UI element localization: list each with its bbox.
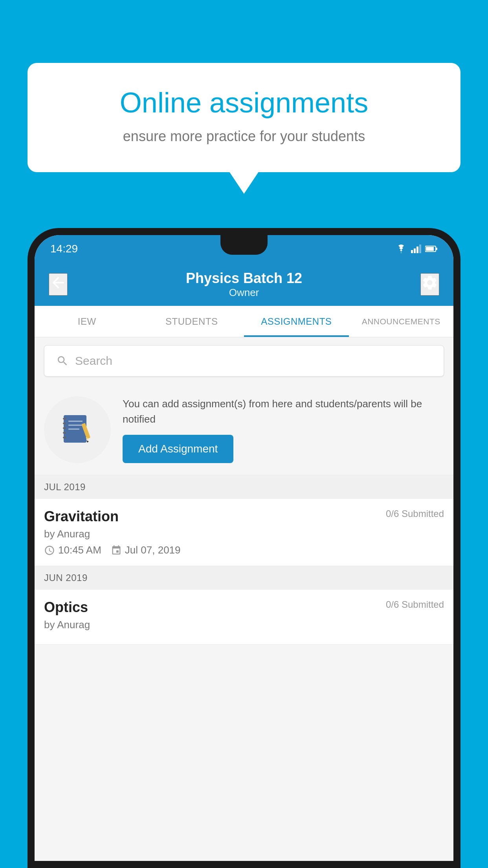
notch [220,235,268,255]
status-icons [395,245,438,253]
assignment-date: Jul 07, 2019 [111,544,181,556]
svg-rect-0 [411,250,413,253]
status-bar: 14:29 [35,235,453,263]
section-header-jul: JUL 2019 [35,475,453,499]
assignment-optics-submitted: 0/6 Submitted [386,599,444,610]
notebook-icon [60,412,95,447]
svg-rect-12 [63,437,66,438]
assignment-title: Gravitation [44,508,119,525]
wifi-icon [395,245,407,253]
phone-frame: 14:29 [28,228,460,868]
battery-icon [425,245,438,252]
assignment-submitted: 0/6 Submitted [386,508,444,519]
signal-icon [411,245,421,253]
search-placeholder: Search [75,354,112,368]
svg-rect-11 [63,432,66,434]
status-time: 14:29 [50,243,78,255]
svg-rect-8 [63,418,66,419]
back-button[interactable] [49,273,68,296]
tab-students[interactable]: STUDENTS [139,306,244,337]
svg-rect-5 [436,248,437,250]
app-bar-title: Physics Batch 12 [186,270,302,287]
search-icon [56,355,69,367]
speech-bubble: Online assignments ensure more practice … [28,63,460,172]
tab-assignments[interactable]: ASSIGNMENTS [244,306,349,337]
assignment-item-optics-header: Optics 0/6 Submitted [44,599,444,616]
settings-button[interactable] [420,273,439,296]
promo-section: You can add assignment(s) from here and … [35,384,453,475]
tabs: IEW STUDENTS ASSIGNMENTS ANNOUNCEMENTS [35,306,453,337]
svg-rect-6 [426,247,434,251]
assignment-date-text: Jul 07, 2019 [125,544,181,556]
assignment-author: by Anurag [44,528,444,540]
promo-description: You can add assignment(s) from here and … [123,396,444,427]
svg-rect-3 [419,245,421,253]
svg-rect-14 [68,425,83,426]
speech-bubble-container: Online assignments ensure more practice … [28,63,460,172]
svg-rect-15 [68,428,79,430]
tab-announcements[interactable]: ANNOUNCEMENTS [349,306,454,337]
promo-icon-circle [44,396,111,463]
assignment-time: 10:45 AM [44,544,101,556]
app-bar-center: Physics Batch 12 Owner [186,270,302,299]
calendar-icon [111,545,122,556]
clock-icon [44,545,55,556]
promo-text-section: You can add assignment(s) from here and … [123,396,444,463]
assignment-item-gravitation[interactable]: Gravitation 0/6 Submitted by Anurag 10:4… [35,499,453,566]
svg-rect-10 [63,427,66,429]
svg-rect-1 [414,248,416,253]
assignment-item-header: Gravitation 0/6 Submitted [44,508,444,525]
assignment-time-text: 10:45 AM [58,544,101,556]
speech-bubble-subtitle: ensure more practice for your students [59,128,429,145]
svg-rect-9 [63,423,66,424]
gear-icon [421,274,438,291]
app-bar-subtitle: Owner [186,287,302,299]
assignment-optics-title: Optics [44,599,88,616]
add-assignment-button[interactable]: Add Assignment [123,435,233,463]
tab-iew[interactable]: IEW [35,306,139,337]
search-bar[interactable]: Search [44,345,444,377]
phone-inner: 14:29 [35,235,453,861]
assignment-meta: 10:45 AM Jul 07, 2019 [44,544,444,556]
svg-rect-13 [68,421,83,422]
section-header-jun: JUN 2019 [35,566,453,590]
assignment-optics-author: by Anurag [44,619,444,631]
assignment-item-optics[interactable]: Optics 0/6 Submitted by Anurag [35,590,453,645]
back-arrow-icon [50,274,67,291]
app-bar: Physics Batch 12 Owner [35,263,453,306]
svg-rect-2 [416,246,418,253]
speech-bubble-title: Online assignments [59,86,429,119]
